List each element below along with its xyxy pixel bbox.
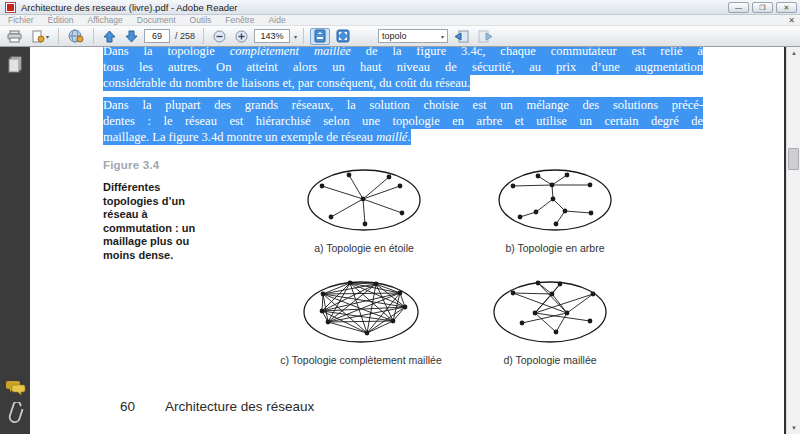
zoom-out-button[interactable]: [210, 28, 229, 45]
zoom-level-input[interactable]: 143%: [254, 29, 290, 43]
page-number-input[interactable]: 69: [144, 29, 170, 43]
menu-fenetre[interactable]: Fenêtre: [225, 15, 254, 25]
scroll-up-icon[interactable]: ▲: [787, 47, 800, 59]
footer-page-number: 60: [120, 399, 165, 414]
scrolling-mode-button[interactable]: [310, 28, 330, 45]
figure-caption-block: Figure 3.4 Différentestopologies d’unrés…: [103, 159, 213, 262]
menu-edition[interactable]: Édition: [48, 15, 74, 25]
fullscreen-arrows-icon: [336, 29, 350, 43]
search-chevron-down-icon: ▾: [441, 33, 444, 40]
menu-bar: Fichier Édition Affichage Document Outil…: [0, 15, 800, 26]
page-footer: 60 Architecture des réseaux: [120, 399, 314, 414]
diagram-label-d: d) Topologie maillée: [440, 354, 660, 366]
print-button[interactable]: [4, 28, 25, 45]
comments-icon[interactable]: [6, 380, 26, 396]
selected-paragraph-1: Dans la topologie complètement maillée d…: [103, 47, 703, 92]
menu-affichage[interactable]: Affichage: [88, 15, 123, 25]
diagram-star-topology: a) Topologie en étoile: [254, 160, 474, 254]
find-previous-button[interactable]: [451, 28, 472, 45]
globe-icon: [68, 29, 84, 43]
star-topology-graphic: [289, 160, 439, 240]
search-input[interactable]: topolo ▾: [378, 29, 448, 43]
navigation-sidebar: [0, 47, 30, 434]
restore-button[interactable]: ❐: [752, 2, 773, 13]
menubar-close-icon[interactable]: ✕: [788, 16, 795, 25]
diagram-label-b: b) Topologie en arbre: [445, 242, 665, 254]
scroll-down-icon[interactable]: ▼: [787, 422, 800, 434]
toolbar: ▾ 69 / 258: [0, 26, 800, 47]
vertical-scrollbar[interactable]: ▲ ▼: [786, 47, 800, 434]
page-total-label: / 258: [175, 31, 195, 41]
diagram-label-c: c) Topologie complètement maillée: [251, 354, 471, 366]
full-mesh-topology-graphic: [286, 272, 436, 352]
zoom-chevron-down-icon[interactable]: ▾: [294, 33, 297, 40]
mesh-topology-graphic: [475, 272, 625, 352]
printer-icon: [7, 30, 22, 43]
plus-circle-icon: [235, 30, 248, 43]
document-page[interactable]: Dans la topologie complètement maillée d…: [30, 47, 786, 434]
menu-outils[interactable]: Outils: [190, 15, 212, 25]
arrow-down-icon: [125, 30, 138, 43]
paperclip-icon[interactable]: [6, 402, 24, 424]
diagram-tree-topology: b) Topologie en arbre: [445, 160, 665, 254]
next-page-button[interactable]: [122, 28, 141, 45]
minus-circle-icon: [213, 30, 226, 43]
menu-aide[interactable]: Aide: [269, 15, 286, 25]
page-thumbnails-icon[interactable]: [6, 55, 24, 75]
scrollbar-thumb[interactable]: [788, 148, 799, 170]
zoom-in-button[interactable]: [232, 28, 251, 45]
title-bar: Architecture des reseaux (livre).pdf - A…: [0, 0, 800, 15]
search-value: topolo: [382, 31, 407, 41]
window-title: Architecture des reseaux (livre).pdf - A…: [21, 2, 238, 13]
find-next-button[interactable]: [475, 28, 496, 45]
minimize-button[interactable]: —: [728, 2, 749, 13]
find-previous-icon: [454, 30, 469, 43]
arrow-up-icon: [103, 30, 116, 43]
previous-page-button[interactable]: [100, 28, 119, 45]
close-button[interactable]: ✕: [776, 2, 797, 13]
find-next-icon: [478, 30, 493, 43]
collaborate-button[interactable]: [65, 28, 87, 45]
diagram-label-a: a) Topologie en étoile: [254, 242, 474, 254]
footer-book-title: Architecture des réseaux: [165, 399, 314, 414]
adobe-reader-window: Architecture des reseaux (livre).pdf - A…: [0, 0, 800, 434]
fullscreen-button[interactable]: [333, 28, 353, 45]
figure-caption-text: Différentestopologies d’unréseau àcommut…: [103, 181, 213, 262]
diagram-mesh-topology: d) Topologie maillée: [440, 272, 660, 366]
document-share-icon: [31, 30, 45, 43]
document-text: Dans la topologie complètement maillée d…: [103, 47, 703, 150]
scroll-page-icon: [313, 29, 327, 43]
pdf-app-icon: [5, 2, 16, 13]
menu-document[interactable]: Document: [137, 15, 176, 25]
chevron-down-icon: ▾: [46, 33, 49, 40]
selected-paragraph-2: Dans la plupart des grands réseaux, la s…: [103, 97, 703, 146]
diagram-full-mesh-topology: c) Topologie complètement maillée: [251, 272, 471, 366]
share-document-button[interactable]: ▾: [28, 28, 52, 45]
menu-fichier[interactable]: Fichier: [8, 15, 34, 25]
tree-topology-graphic: [480, 160, 630, 240]
figure-number-label: Figure 3.4: [103, 159, 213, 171]
